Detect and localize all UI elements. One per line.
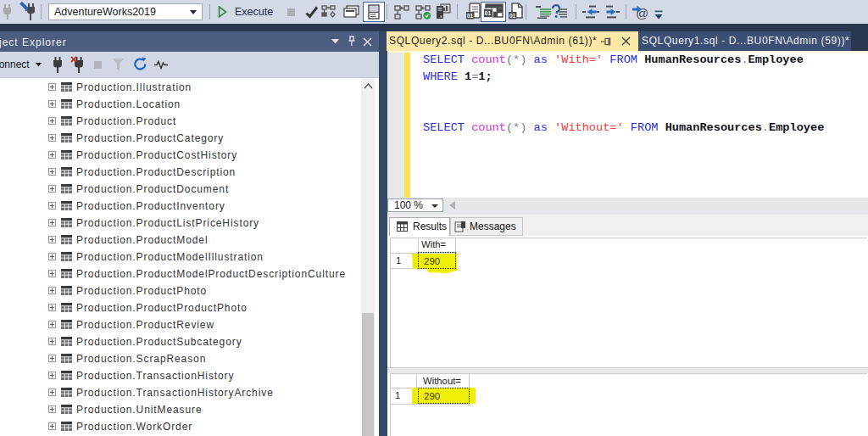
svg-text:01: 01 (485, 10, 492, 16)
svg-text:01: 01 (467, 13, 474, 19)
svg-text:01: 01 (509, 13, 516, 19)
